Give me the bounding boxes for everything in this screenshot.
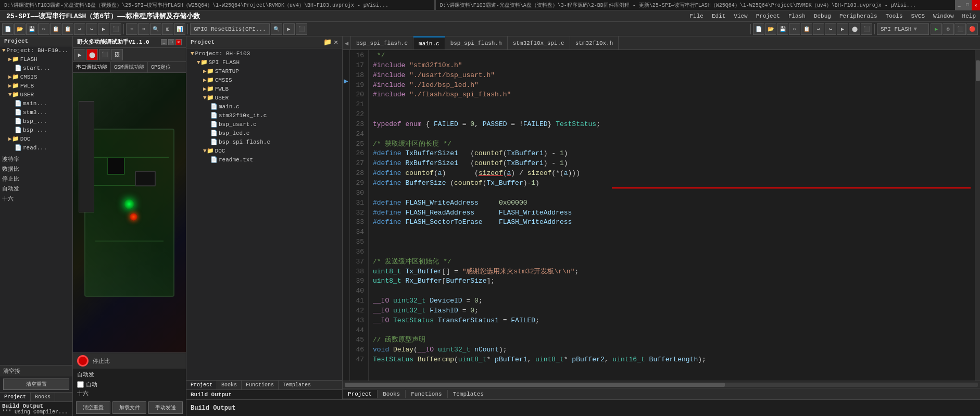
toolbar-btn-3[interactable]: 💾	[26, 23, 37, 35]
right-tree-bsp-led[interactable]: 📄bsp_led.c	[186, 129, 342, 137]
serial-close[interactable]: ✕	[175, 39, 182, 45]
right-tab-functions[interactable]: Functions	[242, 381, 279, 389]
toolbar-btn-r1[interactable]: 📄	[753, 23, 764, 35]
left-tree-cmsis[interactable]: ▶📁CMSIS	[0, 72, 72, 81]
right-tree-user[interactable]: ▼📁USER	[186, 93, 342, 102]
right-tree-bsp-usart[interactable]: 📄bsp_usart.c	[186, 120, 342, 129]
editor-tab-stm32-h[interactable]: stm32f10x.h	[570, 36, 619, 49]
left-tab-books[interactable]: Books	[31, 393, 55, 401]
bottom-tab-books[interactable]: Books	[378, 390, 406, 398]
toolbar-btn-13[interactable]: 🔍	[150, 23, 161, 35]
toolbar-btn-9[interactable]: ▶	[98, 23, 109, 35]
toolbar-btn-r12[interactable]: ⚙	[943, 23, 954, 35]
left-clear-btn[interactable]: 清空重置	[3, 379, 69, 390]
menu-project[interactable]: Project	[752, 13, 784, 19]
toolbar-btn-6[interactable]: 📋	[62, 23, 73, 35]
clear-btn[interactable]: 清空重置	[76, 401, 110, 414]
left-tree-root[interactable]: ▼Project: BH-F10...	[0, 46, 72, 55]
serial-tab-port[interactable]: 串口调试功能	[73, 62, 111, 72]
left-tree-stm3[interactable]: 📄stm3...	[0, 108, 72, 117]
right-tree-fwlb[interactable]: ▶📁FWLB	[186, 84, 342, 93]
proj-icon-1[interactable]: 📁	[323, 38, 332, 46]
proj-icon-2[interactable]: ✕	[334, 38, 338, 46]
menu-edit[interactable]: Edit	[708, 13, 730, 19]
vertical-scrollbar[interactable]	[975, 50, 980, 381]
serial-tool-btn-1[interactable]: ▶	[74, 49, 85, 60]
right-tree-main[interactable]: 📄main.c	[186, 102, 342, 111]
left-tree-fwlb[interactable]: ▶📁FWLB	[0, 81, 72, 90]
right-tree-readme[interactable]: 📄readme.txt	[186, 155, 342, 164]
menu-help[interactable]: Help	[958, 13, 980, 19]
left-tree-bsp1[interactable]: 📄bsp_...	[0, 117, 72, 125]
horizontal-scrollbar-thumb[interactable]	[345, 383, 725, 387]
editor-tab-bsp-spi-flash[interactable]: bsp_spi_flash.c	[351, 36, 413, 49]
left-tree-start[interactable]: 📄start...	[0, 64, 72, 72]
serial-maximize[interactable]: □	[168, 39, 174, 45]
serial-minimize[interactable]: _	[161, 39, 167, 45]
right-tree-spi[interactable]: ▼📁SPI FLASH	[186, 58, 342, 67]
toolbar-btn-8[interactable]: ↪	[86, 23, 97, 35]
load-file-btn[interactable]: 加载文件	[112, 401, 147, 414]
scrollbar-thumb[interactable]	[976, 60, 980, 81]
toolbar-btn-7[interactable]: ↩	[74, 23, 85, 35]
toolbar-btn-1[interactable]: 📄	[2, 23, 14, 35]
toolbar-btn-r11[interactable]: ▶	[931, 23, 942, 35]
spi-flash-dropdown[interactable]: SPI FLASH▼	[877, 23, 929, 35]
right-tree-cmsis[interactable]: ▶📁CMSIS	[186, 75, 342, 84]
toolbar-btn-16[interactable]: 🔍	[271, 23, 282, 35]
editor-tab-main-c[interactable]: main.c	[413, 36, 445, 49]
close-button[interactable]: ✕	[972, 0, 980, 10]
menu-flash[interactable]: Flash	[784, 13, 810, 19]
toolbar-btn-r10[interactable]: ⬛	[861, 23, 872, 35]
auto-checkbox[interactable]	[77, 381, 84, 388]
menu-debug[interactable]: Debug	[810, 13, 835, 19]
left-clear-receive[interactable]: 清空接	[0, 365, 72, 376]
menu-window[interactable]: Window	[929, 13, 958, 19]
toolbar-btn-4[interactable]: ✂	[38, 23, 49, 35]
toolbar-btn-r4[interactable]: ✂	[789, 23, 800, 35]
toolbar-btn-r8[interactable]: ▶	[837, 23, 848, 35]
left-tab-project[interactable]: Project	[0, 393, 31, 401]
serial-tool-btn-record[interactable]: ⬤	[86, 49, 98, 60]
bottom-tab-project[interactable]: Project	[343, 390, 378, 398]
serial-tool-btn-2[interactable]: ⬛	[99, 49, 110, 60]
toolbar-btn-r6[interactable]: ↩	[813, 23, 824, 35]
menu-file[interactable]: File	[685, 13, 707, 19]
toolbar-btn-2[interactable]: 📂	[14, 23, 26, 35]
left-tree-bsp2[interactable]: 📄bsp_...	[0, 125, 72, 134]
left-tree-flash[interactable]: ▶📁FLASH	[0, 55, 72, 64]
code-content[interactable]: */ #include "stm32f10x.h" #include "./us…	[369, 50, 975, 381]
toolbar-btn-18[interactable]: ⬛	[296, 23, 307, 35]
right-tree-bsp-spi[interactable]: 📄bsp_spi_flash.c	[186, 137, 342, 146]
manual-send-btn[interactable]: 手动发送	[148, 401, 183, 414]
toolbar-btn-17[interactable]: ▶	[283, 23, 295, 35]
serial-tab-gsm[interactable]: GSM调试功能	[111, 62, 148, 72]
toolbar-btn-10[interactable]: ⬛	[110, 23, 121, 35]
left-tree-main[interactable]: 📄main...	[0, 99, 72, 108]
bottom-tab-templates[interactable]: Templates	[448, 390, 489, 398]
menu-peripherals[interactable]: Peripherals	[835, 13, 882, 19]
record-btn[interactable]	[77, 355, 89, 367]
horizontal-scrollbar-track[interactable]	[345, 383, 978, 387]
left-tree-readme[interactable]: 📄read...	[0, 143, 72, 152]
toolbar-btn-r9[interactable]: ⬤	[849, 23, 860, 35]
toolbar-btn-r14[interactable]: 🔴	[966, 23, 978, 35]
toolbar-btn-r3[interactable]: 💾	[777, 23, 788, 35]
toolbar-btn-14[interactable]: ⊞	[162, 23, 173, 35]
menu-tools[interactable]: Tools	[882, 13, 907, 19]
serial-tab-gps[interactable]: GPS定位	[148, 62, 174, 72]
toolbar-btn-r7[interactable]: ↪	[825, 23, 836, 35]
editor-tab-bsp-spi-h[interactable]: bsp_spi_flash.h	[445, 36, 508, 49]
editor-tab-stm32-spi[interactable]: stm32f10x_spi.c	[508, 36, 570, 49]
toolbar-btn-r13[interactable]: ⬛	[954, 23, 966, 35]
right-tree-root[interactable]: ▼Project: BH-F103	[186, 49, 342, 58]
right-tab-books[interactable]: Books	[217, 381, 242, 389]
gpio-cmd-dropdown[interactable]: GPIO_ResetBits(GPI...	[190, 23, 270, 35]
maximize-button[interactable]: □	[963, 0, 972, 10]
bottom-tab-functions[interactable]: Functions	[406, 390, 447, 398]
right-tree-doc[interactable]: ▼📁DOC	[186, 146, 342, 155]
menu-svcs[interactable]: SVCS	[907, 13, 929, 19]
left-tree-user[interactable]: ▼📁USER	[0, 90, 72, 99]
menu-view[interactable]: View	[730, 13, 751, 19]
toolbar-btn-r5[interactable]: 📋	[801, 23, 812, 35]
